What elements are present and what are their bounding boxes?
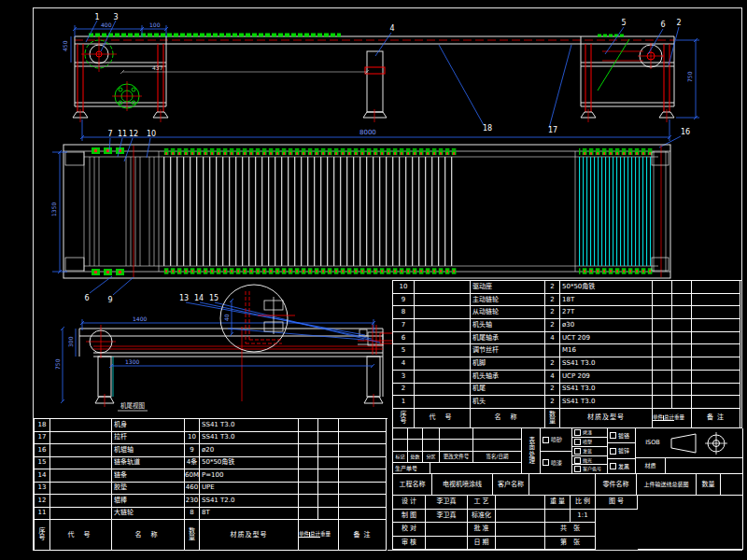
balloon-16: 16 [681, 128, 690, 136]
bom-header-notes: 备 注 [339, 520, 387, 551]
balloon-6-plan: 6 [84, 294, 89, 302]
bom-notes [692, 357, 740, 371]
bom-code [415, 294, 471, 307]
bom-header-code: 代 号 [415, 409, 471, 428]
balloon-5: 5 [621, 19, 626, 27]
bom-total [672, 306, 692, 319]
bom-name: 主动链轮 [471, 294, 545, 307]
bom-code [415, 396, 471, 409]
chain-pads-bottom [163, 268, 458, 274]
bom-unit [653, 306, 672, 319]
bom-spec: 50*50角铁 [560, 281, 653, 294]
bom-notes [692, 384, 740, 397]
bom-notes [692, 306, 740, 319]
bom-code [415, 384, 471, 397]
bom-total [672, 396, 692, 409]
bom-seq: 9 [393, 294, 415, 307]
bom-header-qty: 数量 [185, 520, 200, 551]
bom-header-name: 名 称 [112, 520, 185, 551]
bom-qty: 10 [185, 432, 200, 445]
dim-tail-h1: 300 [67, 336, 74, 347]
approve-value [496, 523, 545, 537]
dim-head-w1: 400 [101, 21, 112, 28]
bom-seq: 15 [35, 457, 50, 470]
material-label: 材质 [636, 458, 666, 474]
revision-cell [440, 428, 473, 440]
revision-cell [473, 428, 522, 440]
bom-name: 机尾轴承 [471, 332, 545, 345]
roller-field-tail [579, 157, 654, 266]
bom-code [415, 357, 471, 371]
projection-symbol-icon [664, 430, 733, 456]
bom-unit [653, 384, 672, 397]
bom-spec: SS41 T3.0 [560, 384, 653, 397]
bom-total [318, 469, 339, 483]
bom-seq: 18 [35, 419, 50, 432]
balloon-14: 14 [194, 294, 204, 302]
craft-label: 工 艺 [468, 496, 496, 510]
revision-cell [423, 428, 440, 440]
bom-code [50, 444, 112, 457]
bom-name: 机尾 [471, 384, 545, 397]
bom-qty: 9 [185, 444, 200, 457]
tail-legs [585, 44, 669, 112]
bom-name: 大链轮 [112, 508, 185, 521]
bom-qty: 4 [545, 332, 560, 345]
bom-header-seq: 序号 [393, 409, 415, 428]
date-label: 日 期 [468, 537, 496, 551]
balloon-6-top: 6 [660, 21, 665, 29]
bom-name: 链条轨道 [112, 457, 185, 470]
craft-value [496, 496, 545, 510]
bom-qty: 230 [185, 495, 200, 508]
bom-qty [545, 344, 560, 357]
bom-unit [299, 419, 318, 432]
revision-cell [423, 440, 440, 452]
checkbox-icon [574, 457, 581, 464]
bom-unit [653, 319, 672, 332]
bom-name: 机头轴承 [471, 371, 545, 384]
bom-unit [299, 469, 318, 483]
bom-qty: 2 [545, 306, 560, 319]
bom-table-right: 10驱动座250*50角铁 9主动链轮218T 8从动链轮227T 7机头轴2ø… [392, 280, 741, 428]
bom-total [318, 495, 339, 508]
bom-notes [692, 332, 740, 345]
bom-qty: 2 [545, 396, 560, 409]
balloon-11: 11 [118, 130, 127, 138]
bom-spec: 8T [200, 508, 299, 521]
project-name-label: 工程名称 [393, 474, 432, 496]
bom-spec: SS41 T3.0 [200, 419, 299, 432]
bom-spec: SS41 T3.0 [200, 432, 299, 445]
bom-notes [339, 457, 387, 470]
projection-symbol-cell: ISOB [636, 428, 743, 458]
customer-name-value [529, 474, 596, 496]
checkbox-icon [574, 429, 581, 436]
bom-name: 驱动座 [471, 281, 545, 294]
checkbox-icon [574, 448, 581, 455]
bom-header-notes: 备 注 [692, 409, 740, 428]
sheet-no: 第 张 [545, 537, 596, 551]
balloon-12: 12 [129, 130, 138, 138]
bom-unit [299, 495, 318, 508]
standardization-label: 标准化 [468, 510, 496, 524]
revision-cell [408, 428, 423, 440]
bom-unit [653, 281, 672, 294]
bom-seq: 8 [393, 306, 415, 319]
surface-option: 镀锌 [608, 443, 636, 459]
bom-header-spec: 材质及型号 [560, 409, 653, 428]
drawing-no-label: 图 号 [596, 496, 638, 510]
surface-option: 发黑 [608, 459, 636, 474]
check-label: 校 对 [393, 523, 426, 537]
design-name: 李卫真 [426, 496, 468, 510]
bom-spec: 18T [560, 294, 653, 307]
surface-treatment-label: 表面处理 [522, 428, 541, 474]
balloon-1: 1 [94, 13, 99, 21]
bom-code [50, 508, 112, 521]
balloon-15: 15 [209, 294, 218, 302]
revision-cell [393, 428, 408, 440]
bom-unit [653, 396, 672, 409]
bom-code [415, 371, 471, 384]
checkbox-icon [574, 439, 581, 445]
bom-header-code: 代 号 [50, 520, 112, 551]
balloon-3: 3 [113, 13, 118, 21]
balloon-17: 17 [548, 126, 557, 134]
